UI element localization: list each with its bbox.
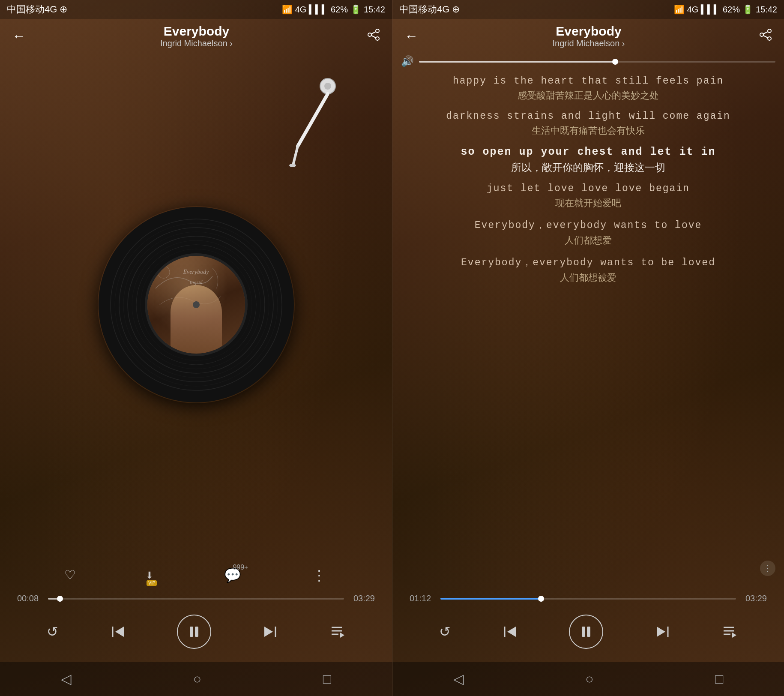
back-button-right[interactable]: ←	[401, 25, 422, 48]
tonearm	[272, 78, 341, 172]
battery-icon-right: 🔋	[742, 4, 753, 15]
lyric-block-2: so open up your chest and let it in 所以，敞…	[405, 146, 771, 174]
total-time-left: 03:29	[349, 594, 375, 603]
carrier-icon-right: ⊕	[452, 4, 460, 15]
next-icon-left	[262, 623, 279, 640]
nav-home-left[interactable]: ○	[193, 671, 201, 687]
svg-point-6	[324, 83, 331, 90]
pause-button-right[interactable]	[569, 615, 603, 649]
artist-name-left[interactable]: Ingrid Michaelson	[160, 39, 233, 48]
svg-point-33	[768, 37, 771, 40]
time-left: 15:42	[364, 5, 385, 15]
volume-track-right[interactable]	[419, 61, 775, 63]
nav-back-right[interactable]: ◁	[453, 671, 464, 687]
header-center-left: Everybody Ingrid Michaelson	[29, 24, 364, 48]
right-panel: 中国移动4G ⊕ 📶 4G ▍▍▍ 62% 🔋 15:42 ← Everybod…	[392, 0, 784, 696]
lyric-en-1: darkness strains and light will come aga…	[446, 111, 730, 122]
svg-line-34	[763, 32, 768, 34]
lyric-zh-2: 所以，敞开你的胸怀，迎接这一切	[511, 161, 665, 174]
bottom-nav-left: ◁ ○ □	[0, 662, 392, 696]
carrier-left: 中国移动4G	[7, 3, 57, 16]
back-button-left[interactable]: ←	[9, 25, 29, 48]
nav-home-right[interactable]: ○	[585, 671, 593, 687]
lyric-en-4: Everybody，everybody wants to love	[475, 218, 702, 231]
svg-point-31	[768, 29, 771, 33]
lyric-block-4: Everybody，everybody wants to love 人们都想爱	[405, 218, 771, 247]
more-button-left[interactable]: ⋮	[312, 567, 326, 585]
lyric-en-5: Everybody，everybody wants to be loved	[461, 255, 715, 269]
progress-track-left[interactable]	[48, 598, 344, 600]
more-dot-button-right[interactable]: ⋮	[760, 561, 775, 576]
album-person	[171, 285, 222, 354]
lyric-block-1: darkness strains and light will come aga…	[405, 111, 771, 137]
share-icon-left	[367, 28, 380, 41]
header-right: ← Everybody Ingrid Michaelson	[392, 19, 784, 52]
svg-point-1	[368, 33, 371, 36]
playlist-icon-left	[330, 624, 345, 639]
album-text: Everybody	[183, 269, 209, 276]
playlist-button-right[interactable]	[722, 624, 737, 639]
playlist-icon-right	[722, 624, 737, 639]
pause-button-left[interactable]	[177, 615, 211, 649]
nav-recent-left[interactable]: □	[323, 671, 331, 687]
volume-fill-right	[419, 61, 615, 63]
svg-rect-24	[195, 627, 198, 637]
status-bar-left: 中国移动4G ⊕ 📶 4G ▍▍▍ 62% 🔋 15:42	[0, 0, 392, 19]
bottom-nav-right: ◁ ○ □	[392, 662, 784, 696]
artist-name-right[interactable]: Ingrid Michaelson	[553, 39, 625, 48]
svg-marker-26	[264, 627, 273, 637]
controls-area-right: 01:12 03:29 ↺	[392, 589, 784, 662]
carrier-right: 中国移动4G	[399, 3, 449, 16]
status-bar-right: 中国移动4G ⊕ 📶 4G ▍▍▍ 62% 🔋 15:42	[392, 0, 784, 19]
progress-track-right[interactable]	[440, 598, 736, 600]
signal-icons-right: 📶 4G ▍▍▍	[674, 4, 720, 15]
repeat-button-left[interactable]: ↺	[47, 624, 58, 640]
pause-icon-right	[579, 625, 593, 639]
svg-rect-38	[582, 627, 585, 637]
lyric-zh-4: 人们都想爱	[565, 234, 612, 247]
prev-button-left[interactable]	[109, 623, 126, 640]
prev-button-right[interactable]	[501, 623, 518, 640]
share-button-left[interactable]	[364, 25, 383, 48]
battery-icon-left: 🔋	[350, 4, 361, 15]
current-time-left: 00:08	[17, 594, 43, 603]
repeat-button-right[interactable]: ↺	[439, 624, 451, 640]
next-button-right[interactable]	[654, 623, 671, 640]
progress-dot-left	[57, 596, 63, 602]
svg-marker-41	[657, 627, 665, 637]
vip-badge: VIP	[147, 580, 157, 586]
nav-back-left[interactable]: ◁	[61, 671, 72, 687]
svg-marker-37	[507, 627, 516, 637]
share-button-right[interactable]	[756, 25, 775, 48]
svg-marker-30	[340, 633, 344, 638]
signal-icons-left: 📶 4G ▍▍▍	[282, 4, 328, 15]
comment-count-left: 999+	[233, 564, 248, 571]
svg-marker-45	[732, 633, 736, 638]
lyric-zh-0: 感受酸甜苦辣正是人心的美妙之处	[518, 89, 659, 102]
playback-row-right: ↺	[405, 610, 771, 653]
total-time-right: 03:29	[741, 594, 767, 603]
download-button-left[interactable]: ⬇ VIP	[145, 567, 153, 584]
like-button-left[interactable]: ♡	[66, 566, 75, 585]
next-button-left[interactable]	[262, 623, 279, 640]
nav-recent-right[interactable]: □	[715, 671, 723, 687]
progress-fill-right	[440, 598, 541, 600]
svg-point-2	[376, 37, 379, 40]
lyric-en-0: happy is the heart that still feels pain	[453, 75, 724, 87]
lyric-en-2: so open up your chest and let it in	[461, 146, 715, 158]
lyric-zh-3: 现在就开始爱吧	[555, 197, 621, 210]
svg-line-35	[763, 36, 768, 38]
next-icon-right	[654, 623, 671, 640]
playlist-button-left[interactable]	[330, 624, 345, 639]
battery-left: 62%	[331, 5, 348, 15]
volume-icon-right: 🔊	[401, 55, 414, 68]
lyric-block-0: happy is the heart that still feels pain…	[405, 75, 771, 102]
svg-rect-39	[587, 627, 590, 637]
comment-button-left[interactable]: 💬 999+	[224, 567, 241, 584]
left-panel: 中国移动4G ⊕ 📶 4G ▍▍▍ 62% 🔋 15:42 ← Everybod…	[0, 0, 392, 696]
vinyl-center-dot	[193, 301, 200, 308]
progress-section-right: 01:12 03:29	[405, 594, 771, 603]
playback-row-left: ↺	[13, 610, 379, 653]
lyric-en-3: just let love love love begain	[487, 183, 690, 194]
controls-area-left: ♡ ⬇ VIP 💬 999+ ⋮ 00:08 03:29 ↺	[0, 558, 392, 662]
